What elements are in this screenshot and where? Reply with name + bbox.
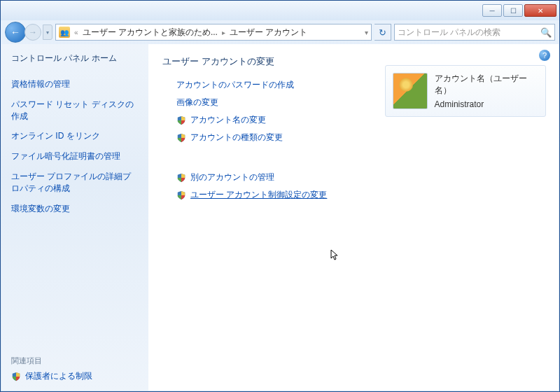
- task-link-change-name[interactable]: アカウント名の変更: [190, 114, 266, 126]
- account-name: アカウント名（ユーザー名）: [435, 73, 538, 97]
- sidebar-link-password-reset[interactable]: パスワード リセット ディスクの作成: [11, 99, 139, 122]
- task-uac-settings: ユーザー アカウント制御設定の変更: [176, 189, 545, 201]
- task-link-uac-settings[interactable]: ユーザー アカウント制御設定の変更: [190, 189, 327, 201]
- control-panel-home-link[interactable]: コントロール パネル ホーム: [11, 52, 139, 64]
- content-body: コントロール パネル ホーム 資格情報の管理 パスワード リセット ディスクの作…: [1, 44, 559, 391]
- task-link-manage-other[interactable]: 別のアカウントの管理: [190, 172, 274, 183]
- chevron-down-icon[interactable]: ▾: [365, 29, 368, 36]
- help-icon[interactable]: ?: [539, 50, 550, 61]
- task-change-type: アカウントの種類の変更: [176, 132, 545, 144]
- maximize-button[interactable]: ☐: [503, 4, 523, 17]
- related-link-label: 保護者による制限: [25, 370, 92, 382]
- task-link-create-password[interactable]: アカウントのパスワードの作成: [176, 79, 294, 91]
- task-link-change-type[interactable]: アカウントの種類の変更: [190, 132, 283, 144]
- account-text: アカウント名（ユーザー名） Administrator: [435, 73, 538, 109]
- task-manage-other: 別のアカウントの管理: [176, 172, 545, 183]
- cursor-icon: [327, 248, 340, 264]
- search-box[interactable]: コントロール パネルの検索 🔍: [394, 24, 555, 41]
- sidebar-link-env-vars[interactable]: 環境変数の変更: [11, 203, 139, 215]
- main-panel: ? ユーザー アカウントの変更 アカウントのパスワードの作成 画像の変更 アカウ…: [148, 44, 559, 391]
- search-icon[interactable]: 🔍: [540, 27, 552, 38]
- shield-icon: [176, 190, 186, 200]
- breadcrumb-segment-2[interactable]: ユーザー アカウント: [230, 27, 307, 38]
- shield-icon: [176, 173, 186, 183]
- related-items-header: 関連項目: [11, 356, 139, 366]
- refresh-button[interactable]: ↻: [374, 24, 391, 41]
- sidebar-link-profile-properties[interactable]: ユーザー プロファイルの詳細プロパティの構成: [11, 171, 139, 195]
- forward-button: →: [24, 24, 41, 41]
- sidebar-link-file-encryption[interactable]: ファイル暗号化証明書の管理: [11, 150, 139, 162]
- nav-toolbar: ← → ▾ 👥 « ユーザー アカウントと家族のため... ▸ ユーザー アカウ…: [1, 20, 559, 44]
- shield-icon: [176, 133, 186, 143]
- sidebar-link-online-id[interactable]: オンライン ID をリンク: [11, 130, 139, 142]
- sidebar: コントロール パネル ホーム 資格情報の管理 パスワード リセット ディスクの作…: [1, 44, 148, 391]
- task-group-2: 別のアカウントの管理 ユーザー アカウント制御設定の変更: [176, 172, 545, 201]
- avatar[interactable]: [393, 73, 428, 109]
- related-link-parental[interactable]: 保護者による制限: [11, 370, 139, 382]
- account-role: Administrator: [435, 99, 538, 109]
- nav-buttons: ← → ▾: [5, 22, 52, 43]
- search-placeholder: コントロール パネルの検索: [398, 27, 540, 38]
- shield-icon: [176, 115, 186, 125]
- chevron-icon: «: [74, 29, 78, 36]
- titlebar: ─ ☐ ✕: [1, 1, 559, 20]
- back-button[interactable]: ←: [5, 22, 26, 43]
- sidebar-link-credentials[interactable]: 資格情報の管理: [11, 78, 139, 90]
- minimize-button[interactable]: ─: [482, 4, 502, 17]
- users-icon: 👥: [59, 27, 70, 38]
- shield-icon: [11, 372, 21, 382]
- address-bar[interactable]: 👥 « ユーザー アカウントと家族のため... ▸ ユーザー アカウント ▾: [55, 24, 372, 41]
- chevron-right-icon: ▸: [222, 29, 225, 36]
- account-card: アカウント名（ユーザー名） Administrator: [385, 65, 546, 117]
- nav-history-dropdown[interactable]: ▾: [43, 24, 52, 40]
- control-panel-window: ─ ☐ ✕ ← → ▾ 👥 « ユーザー アカウントと家族のため... ▸ ユー…: [0, 0, 560, 392]
- task-link-change-picture[interactable]: 画像の変更: [176, 97, 218, 108]
- breadcrumb-segment-1[interactable]: ユーザー アカウントと家族のため...: [83, 27, 218, 38]
- close-button[interactable]: ✕: [524, 4, 556, 17]
